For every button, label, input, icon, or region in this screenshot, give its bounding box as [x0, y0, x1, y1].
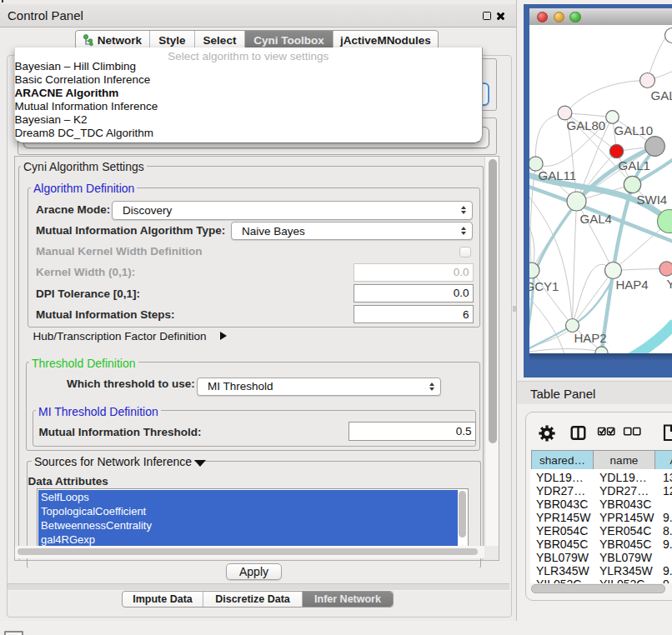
svg-text:Y: Y: [666, 276, 672, 290]
svg-text:HAP4: HAP4: [615, 278, 648, 292]
svg-text:GAL1: GAL1: [618, 158, 649, 172]
svg-text:GAL10: GAL10: [614, 122, 653, 137]
svg-text:SWI4: SWI4: [636, 192, 667, 206]
svg-text:GAL: GAL: [650, 88, 672, 102]
svg-text:GAL80: GAL80: [566, 118, 605, 132]
svg-text:GCY1: GCY1: [529, 279, 559, 293]
svg-text:GAL4: GAL4: [579, 211, 611, 225]
svg-text:GAL11: GAL11: [538, 168, 576, 182]
svg-text:HAP2: HAP2: [574, 330, 606, 344]
